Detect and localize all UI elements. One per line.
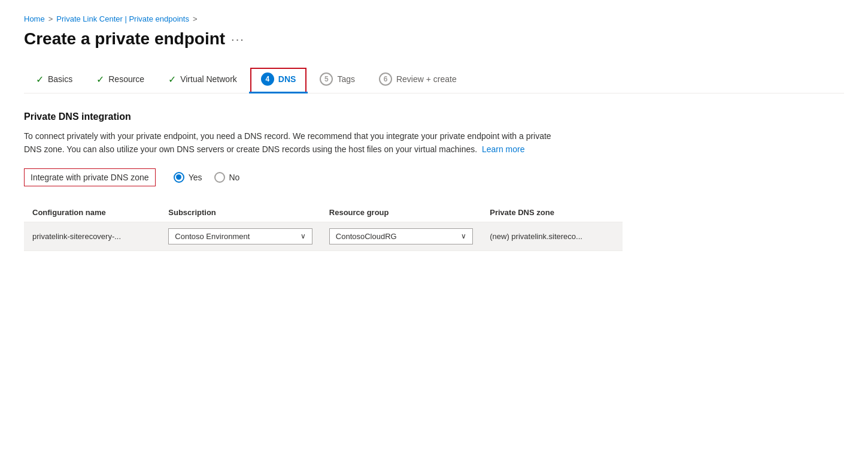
resource-group-dropdown[interactable]: ContosoCloudRG ∨ bbox=[329, 228, 473, 244]
step-dns-number: 4 bbox=[261, 73, 274, 86]
radio-group: Yes No bbox=[174, 172, 240, 183]
step-dns-label: DNS bbox=[278, 74, 296, 84]
radio-yes-circle bbox=[174, 172, 184, 183]
cell-config-name: privatelink-siterecovery-... bbox=[24, 222, 160, 250]
radio-yes-label: Yes bbox=[189, 173, 202, 182]
step-tags-number: 5 bbox=[320, 73, 333, 86]
breadcrumb-home[interactable]: Home bbox=[24, 14, 45, 23]
col-subscription: Subscription bbox=[160, 203, 320, 222]
step-basics-check: ✓ bbox=[36, 74, 44, 85]
learn-more-link[interactable]: Learn more bbox=[482, 144, 525, 154]
subscription-dropdown[interactable]: Contoso Environment ∨ bbox=[168, 228, 312, 244]
step-resource[interactable]: ✓ Resource bbox=[84, 68, 156, 92]
step-vnet-check: ✓ bbox=[168, 74, 176, 85]
step-basics[interactable]: ✓ Basics bbox=[24, 68, 84, 92]
page-title: Create a private endpoint bbox=[24, 29, 225, 49]
breadcrumb-sep1: > bbox=[48, 14, 53, 23]
step-resource-label: Resource bbox=[108, 74, 144, 84]
radio-no-label: No bbox=[229, 173, 240, 182]
step-vnet-label: Virtual Network bbox=[180, 74, 237, 84]
dns-table: Configuration name Subscription Resource… bbox=[24, 203, 623, 251]
description-text: To connect privately with your private e… bbox=[24, 131, 551, 154]
step-resource-check: ✓ bbox=[96, 74, 104, 85]
wizard-steps: ✓ Basics ✓ Resource ✓ Virtual Network 4 … bbox=[24, 67, 844, 93]
radio-no-circle bbox=[214, 172, 225, 183]
step-review-create[interactable]: 6 Review + create bbox=[367, 67, 469, 93]
resource-group-value: ContosoCloudRG bbox=[336, 232, 397, 241]
col-config-name: Configuration name bbox=[24, 203, 160, 222]
table-row: privatelink-siterecovery-... Contoso Env… bbox=[24, 222, 623, 250]
step-virtual-network[interactable]: ✓ Virtual Network bbox=[156, 68, 249, 92]
step-basics-label: Basics bbox=[48, 74, 72, 84]
integrate-row: Integrate with private DNS zone Yes No bbox=[24, 168, 844, 186]
radio-yes[interactable]: Yes bbox=[174, 172, 202, 183]
breadcrumb-sep2: > bbox=[193, 14, 198, 23]
section-title: Private DNS integration bbox=[24, 111, 844, 122]
table-header-row: Configuration name Subscription Resource… bbox=[24, 203, 623, 222]
breadcrumb-private-link[interactable]: Private Link Center | Private endpoints bbox=[56, 14, 189, 23]
step-review-number: 6 bbox=[379, 73, 392, 86]
step-review-label: Review + create bbox=[396, 74, 457, 84]
col-dns-zone: Private DNS zone bbox=[481, 203, 623, 222]
cell-resource-group: ContosoCloudRG ∨ bbox=[321, 222, 481, 250]
col-resource-group: Resource group bbox=[321, 203, 481, 222]
page-title-row: Create a private endpoint ··· bbox=[24, 29, 844, 49]
cell-dns-zone: (new) privatelink.sitereco... bbox=[481, 222, 623, 250]
step-dns[interactable]: 4 DNS bbox=[249, 67, 308, 93]
more-options-icon[interactable]: ··· bbox=[231, 32, 245, 46]
breadcrumb: Home > Private Link Center | Private end… bbox=[24, 14, 844, 23]
resource-group-dropdown-arrow: ∨ bbox=[461, 232, 466, 240]
radio-no[interactable]: No bbox=[214, 172, 240, 183]
subscription-value: Contoso Environment bbox=[175, 232, 250, 241]
step-tags-label: Tags bbox=[337, 74, 355, 84]
cell-subscription: Contoso Environment ∨ bbox=[160, 222, 320, 250]
dns-description: To connect privately with your private e… bbox=[24, 129, 563, 156]
step-tags[interactable]: 5 Tags bbox=[308, 67, 367, 93]
integrate-label: Integrate with private DNS zone bbox=[24, 168, 156, 186]
subscription-dropdown-arrow: ∨ bbox=[301, 232, 306, 240]
